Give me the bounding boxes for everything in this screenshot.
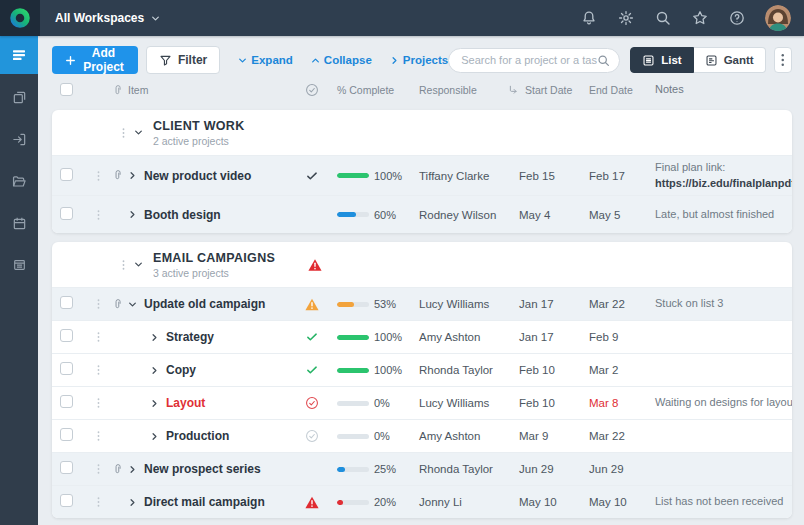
circle-gray-icon xyxy=(305,429,319,443)
notifications-button[interactable] xyxy=(581,10,597,26)
favorites-button[interactable] xyxy=(692,10,708,26)
responsible: Rodney Wilson xyxy=(407,209,507,221)
paperclip-icon xyxy=(112,169,124,182)
search-button[interactable] xyxy=(655,10,671,26)
collapse-chevron-icon[interactable] xyxy=(128,300,137,309)
drag-handle-icon[interactable] xyxy=(97,430,100,442)
drag-handle-icon[interactable] xyxy=(122,259,125,271)
row-checkbox[interactable] xyxy=(60,428,73,441)
group-header[interactable]: EMAIL CAMPAIGNS3 active projects xyxy=(52,242,792,287)
sidebar-item-tasks[interactable] xyxy=(0,36,38,74)
expand-chevron-icon[interactable] xyxy=(128,498,137,507)
responsible: Tiffany Clarke xyxy=(407,170,507,182)
task-row[interactable]: Strategy100%Amy AshtonJan 17Feb 9 xyxy=(52,320,792,353)
gantt-view-icon xyxy=(705,54,718,67)
expand-chevron-icon[interactable] xyxy=(128,465,137,474)
sidebar-item-files[interactable] xyxy=(0,162,38,200)
collapse-chevron-icon[interactable] xyxy=(134,128,143,137)
more-options-button[interactable] xyxy=(774,47,792,73)
responsible: Rhonda Taylor xyxy=(407,364,507,376)
progress-percent: 60% xyxy=(374,209,396,221)
expand-chevron-icon[interactable] xyxy=(150,432,159,441)
drag-handle-icon[interactable] xyxy=(97,170,100,182)
progress-percent: 25% xyxy=(374,463,396,475)
task-name: New prospect series xyxy=(144,462,261,476)
sb-login-icon xyxy=(12,132,27,147)
sb-card-icon xyxy=(12,258,27,272)
start-date: Jun 29 xyxy=(507,463,579,475)
task-row[interactable]: Direct mail campaign20%Jonny LiMay 10May… xyxy=(52,485,792,518)
gantt-view-button[interactable]: Gantt xyxy=(694,47,766,73)
chevron-down-icon xyxy=(151,14,160,23)
workspace-switcher[interactable]: All Workspaces xyxy=(55,11,160,25)
gantt-view-label: Gantt xyxy=(724,54,754,66)
expand-chevron-icon[interactable] xyxy=(128,210,137,219)
progress-bar xyxy=(337,467,369,472)
sidebar-item-requests[interactable] xyxy=(0,120,38,158)
drag-handle-icon[interactable] xyxy=(97,331,100,343)
main-content: Add Project Filter Expand Collapse Proje… xyxy=(38,36,804,525)
expand-link[interactable]: Expand xyxy=(238,54,293,66)
row-checkbox[interactable] xyxy=(60,395,73,408)
row-checkbox[interactable] xyxy=(60,168,73,181)
expand-chevron-icon[interactable] xyxy=(150,399,159,408)
drag-handle-icon[interactable] xyxy=(122,127,125,139)
row-checkbox[interactable] xyxy=(60,329,73,342)
header-start-date: Start Date xyxy=(525,84,572,96)
task-row[interactable]: Booth design60%Rodney WilsonMay 4May 5La… xyxy=(52,195,792,233)
add-project-button[interactable]: Add Project xyxy=(52,46,138,74)
select-all-checkbox[interactable] xyxy=(60,83,73,96)
expand-chevron-icon[interactable] xyxy=(150,366,159,375)
group-subtitle: 3 active projects xyxy=(153,267,275,279)
user-avatar[interactable] xyxy=(765,5,791,31)
paperclip-icon xyxy=(112,84,124,97)
drag-handle-icon[interactable] xyxy=(97,364,100,376)
drag-handle-icon[interactable] xyxy=(97,397,100,409)
sidebar-item-pages[interactable] xyxy=(0,78,38,116)
task-name: Copy xyxy=(166,363,196,377)
expand-chevron-icon[interactable] xyxy=(150,333,159,342)
sidebar-item-calendar[interactable] xyxy=(0,204,38,242)
progress-bar xyxy=(337,173,369,178)
corner-arrow-icon xyxy=(507,84,519,96)
task-row[interactable]: Layout0%Lucy WilliamsFeb 10Mar 8Waiting … xyxy=(52,386,792,419)
sidebar xyxy=(0,36,38,525)
sb-calendar-icon xyxy=(12,216,27,231)
end-date: Feb 9 xyxy=(579,331,647,343)
expand-chevron-icon[interactable] xyxy=(128,171,137,180)
notes: Final plan link:https://biz.edu/finalpla… xyxy=(647,160,792,191)
task-row[interactable]: New prospect series25%Rhonda TaylorJun 2… xyxy=(52,452,792,485)
row-checkbox[interactable] xyxy=(60,362,73,375)
header-responsible: Responsible xyxy=(407,84,507,96)
drag-handle-icon[interactable] xyxy=(97,463,100,475)
gear-icon xyxy=(618,10,634,26)
row-checkbox[interactable] xyxy=(60,207,73,220)
sidebar-item-reports[interactable] xyxy=(0,246,38,284)
task-row[interactable]: New product video100%Tiffany ClarkeFeb 1… xyxy=(52,155,792,195)
task-name: Booth design xyxy=(144,208,221,222)
search-icon xyxy=(655,10,671,26)
notes: Late, but almost finished xyxy=(647,207,792,222)
drag-handle-icon[interactable] xyxy=(97,209,100,221)
group-header[interactable]: CLIENT WORK2 active projects xyxy=(52,110,792,155)
list-view-button[interactable]: List xyxy=(630,47,693,73)
task-row[interactable]: Update old campaign53%Lucy WilliamsJan 1… xyxy=(52,287,792,320)
row-checkbox[interactable] xyxy=(60,494,73,507)
filter-button[interactable]: Filter xyxy=(146,46,220,74)
settings-button[interactable] xyxy=(618,10,634,26)
row-checkbox[interactable] xyxy=(60,461,73,474)
app-logo[interactable] xyxy=(0,0,40,36)
task-row[interactable]: Copy100%Rhonda TaylorFeb 10Mar 2 xyxy=(52,353,792,386)
paperclip-icon xyxy=(112,298,124,311)
drag-handle-icon[interactable] xyxy=(97,298,100,310)
help-button[interactable] xyxy=(729,10,745,26)
responsible: Lucy Williams xyxy=(407,298,507,310)
kebab-menu-icon xyxy=(781,53,785,67)
collapse-link[interactable]: Collapse xyxy=(311,54,372,66)
drag-handle-icon[interactable] xyxy=(97,496,100,508)
task-row[interactable]: Production0%Amy AshtonMar 9Mar 22 xyxy=(52,419,792,452)
collapse-chevron-icon[interactable] xyxy=(134,260,143,269)
search-input[interactable] xyxy=(461,54,597,66)
row-checkbox[interactable] xyxy=(60,296,73,309)
projects-link[interactable]: Projects xyxy=(390,54,448,66)
